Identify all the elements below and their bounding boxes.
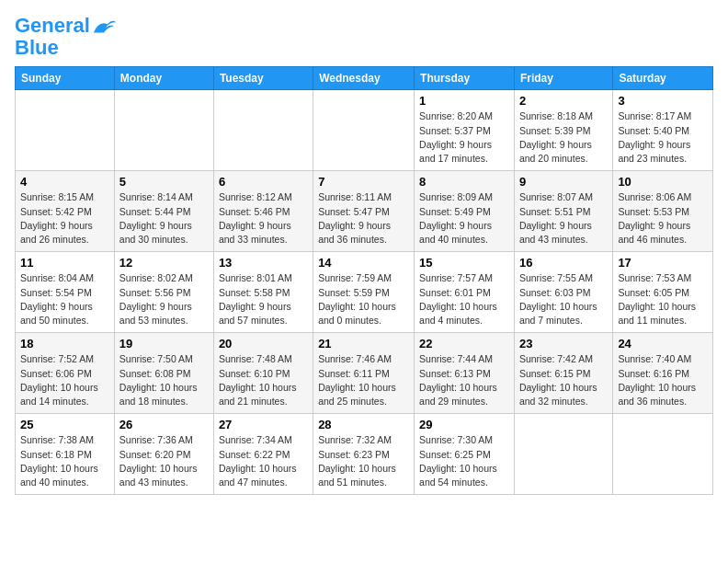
calendar-cell: 15Sunrise: 7:57 AM Sunset: 6:01 PM Dayli… [415,252,515,333]
calendar-cell: 12Sunrise: 8:02 AM Sunset: 5:56 PM Dayli… [114,252,213,333]
day-info: Sunrise: 8:09 AM Sunset: 5:49 PM Dayligh… [419,190,509,247]
calendar-cell: 23Sunrise: 7:42 AM Sunset: 6:15 PM Dayli… [514,333,612,414]
calendar-cell: 6Sunrise: 8:12 AM Sunset: 5:46 PM Daylig… [213,171,313,252]
calendar-cell: 19Sunrise: 7:50 AM Sunset: 6:08 PM Dayli… [114,333,213,414]
day-header-tuesday: Tuesday [213,67,313,90]
day-number: 13 [219,256,308,270]
day-header-friday: Friday [514,67,612,90]
calendar-cell: 26Sunrise: 7:36 AM Sunset: 6:20 PM Dayli… [114,414,213,495]
calendar-body: 1Sunrise: 8:20 AM Sunset: 5:37 PM Daylig… [16,90,713,495]
calendar-cell: 4Sunrise: 8:15 AM Sunset: 5:42 PM Daylig… [16,171,115,252]
day-number: 14 [318,256,409,270]
calendar-cell: 16Sunrise: 7:55 AM Sunset: 6:03 PM Dayli… [514,252,612,333]
day-info: Sunrise: 8:11 AM Sunset: 5:47 PM Dayligh… [318,190,409,247]
day-number: 22 [419,337,509,350]
day-number: 1 [419,94,509,108]
day-number: 6 [219,175,308,189]
day-number: 15 [419,256,509,270]
day-info: Sunrise: 7:52 AM Sunset: 6:06 PM Dayligh… [20,352,109,408]
calendar-cell: 24Sunrise: 7:40 AM Sunset: 6:16 PM Dayli… [613,333,713,414]
calendar-table: SundayMondayTuesdayWednesdayThursdayFrid… [15,66,713,495]
day-info: Sunrise: 7:36 AM Sunset: 6:20 PM Dayligh… [119,433,209,489]
day-number: 7 [318,175,409,189]
week-row-3: 11Sunrise: 8:04 AM Sunset: 5:54 PM Dayli… [16,252,713,333]
calendar-cell [313,90,415,171]
calendar-cell [16,90,115,171]
day-info: Sunrise: 7:59 AM Sunset: 5:59 PM Dayligh… [318,271,409,327]
day-number: 29 [419,418,509,431]
day-info: Sunrise: 8:17 AM Sunset: 5:40 PM Dayligh… [618,109,708,166]
week-row-5: 25Sunrise: 7:38 AM Sunset: 6:18 PM Dayli… [16,414,713,495]
calendar-cell: 14Sunrise: 7:59 AM Sunset: 5:59 PM Dayli… [313,252,415,333]
day-number: 25 [20,418,109,431]
day-number: 26 [119,418,209,431]
day-number: 9 [519,175,608,189]
day-number: 11 [20,256,109,270]
calendar-cell: 11Sunrise: 8:04 AM Sunset: 5:54 PM Dayli… [16,252,115,333]
day-number: 27 [219,418,308,431]
day-number: 20 [219,337,308,350]
day-number: 3 [618,94,708,108]
day-number: 16 [519,256,608,270]
day-info: Sunrise: 8:20 AM Sunset: 5:37 PM Dayligh… [419,109,509,166]
day-number: 4 [20,175,109,189]
day-info: Sunrise: 7:30 AM Sunset: 6:25 PM Dayligh… [419,433,509,489]
calendar-cell: 21Sunrise: 7:46 AM Sunset: 6:11 PM Dayli… [313,333,415,414]
day-info: Sunrise: 7:38 AM Sunset: 6:18 PM Dayligh… [20,433,109,489]
day-info: Sunrise: 7:50 AM Sunset: 6:08 PM Dayligh… [119,352,209,408]
day-header-saturday: Saturday [613,67,713,90]
day-number: 23 [519,337,608,350]
calendar-cell [114,90,213,171]
calendar-cell: 13Sunrise: 8:01 AM Sunset: 5:58 PM Dayli… [213,252,313,333]
calendar-cell: 20Sunrise: 7:48 AM Sunset: 6:10 PM Dayli… [213,333,313,414]
logo: General Blue [15,15,118,59]
day-info: Sunrise: 7:32 AM Sunset: 6:23 PM Dayligh… [318,433,409,489]
day-info: Sunrise: 7:42 AM Sunset: 6:15 PM Dayligh… [519,352,608,408]
calendar-cell: 28Sunrise: 7:32 AM Sunset: 6:23 PM Dayli… [313,414,415,495]
day-info: Sunrise: 8:06 AM Sunset: 5:53 PM Dayligh… [618,190,708,247]
day-number: 28 [318,418,409,431]
calendar-cell: 5Sunrise: 8:14 AM Sunset: 5:44 PM Daylig… [114,171,213,252]
calendar-cell: 3Sunrise: 8:17 AM Sunset: 5:40 PM Daylig… [613,90,713,171]
day-info: Sunrise: 7:57 AM Sunset: 6:01 PM Dayligh… [419,271,509,327]
day-info: Sunrise: 8:01 AM Sunset: 5:58 PM Dayligh… [219,271,308,327]
day-number: 18 [20,337,109,350]
calendar-cell: 10Sunrise: 8:06 AM Sunset: 5:53 PM Dayli… [613,171,713,252]
day-info: Sunrise: 8:02 AM Sunset: 5:56 PM Dayligh… [119,271,209,327]
day-header-sunday: Sunday [16,67,115,90]
calendar-cell: 27Sunrise: 7:34 AM Sunset: 6:22 PM Dayli… [213,414,313,495]
day-header-thursday: Thursday [415,67,515,90]
calendar-cell: 29Sunrise: 7:30 AM Sunset: 6:25 PM Dayli… [415,414,515,495]
day-info: Sunrise: 8:15 AM Sunset: 5:42 PM Dayligh… [20,190,109,247]
day-number: 8 [419,175,509,189]
calendar-cell: 8Sunrise: 8:09 AM Sunset: 5:49 PM Daylig… [415,171,515,252]
day-info: Sunrise: 8:04 AM Sunset: 5:54 PM Dayligh… [20,271,109,327]
day-number: 19 [119,337,209,350]
day-number: 10 [618,175,708,189]
calendar-cell [213,90,313,171]
day-info: Sunrise: 7:48 AM Sunset: 6:10 PM Dayligh… [219,352,308,408]
calendar-cell [514,414,612,495]
day-info: Sunrise: 7:40 AM Sunset: 6:16 PM Dayligh… [618,352,708,408]
calendar-cell: 18Sunrise: 7:52 AM Sunset: 6:06 PM Dayli… [16,333,115,414]
calendar-cell: 25Sunrise: 7:38 AM Sunset: 6:18 PM Dayli… [16,414,115,495]
calendar-cell: 9Sunrise: 8:07 AM Sunset: 5:51 PM Daylig… [514,171,612,252]
day-info: Sunrise: 8:18 AM Sunset: 5:39 PM Dayligh… [519,109,608,166]
logo-text: General Blue [15,15,118,59]
day-number: 24 [618,337,708,350]
calendar-cell: 22Sunrise: 7:44 AM Sunset: 6:13 PM Dayli… [415,333,515,414]
week-row-4: 18Sunrise: 7:52 AM Sunset: 6:06 PM Dayli… [16,333,713,414]
day-header-wednesday: Wednesday [313,67,415,90]
day-number: 17 [618,256,708,270]
day-info: Sunrise: 8:12 AM Sunset: 5:46 PM Dayligh… [219,190,308,247]
calendar-header-row: SundayMondayTuesdayWednesdayThursdayFrid… [16,67,713,90]
day-number: 5 [119,175,209,189]
day-number: 21 [318,337,409,350]
day-info: Sunrise: 7:34 AM Sunset: 6:22 PM Dayligh… [219,433,308,489]
day-number: 2 [519,94,608,108]
day-info: Sunrise: 7:53 AM Sunset: 6:05 PM Dayligh… [618,271,708,327]
day-info: Sunrise: 7:55 AM Sunset: 6:03 PM Dayligh… [519,271,608,327]
day-info: Sunrise: 8:07 AM Sunset: 5:51 PM Dayligh… [519,190,608,247]
day-number: 12 [119,256,209,270]
calendar-cell: 7Sunrise: 8:11 AM Sunset: 5:47 PM Daylig… [313,171,415,252]
